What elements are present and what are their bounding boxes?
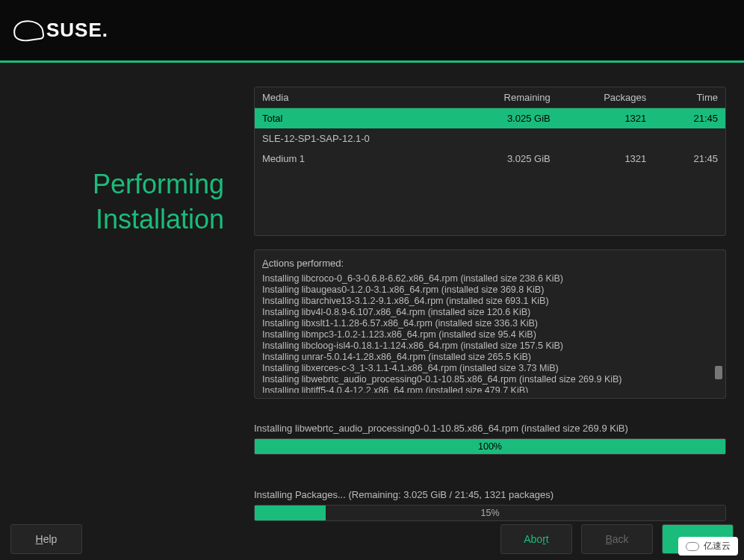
cell-packages bbox=[551, 133, 654, 144]
log-line: Installing unrar-5.0.14-1.28.x86_64.rpm … bbox=[262, 352, 721, 363]
cell-remaining bbox=[438, 133, 551, 144]
cell-media: SLE-12-SP1-SAP-12.1-0 bbox=[262, 133, 438, 144]
log-line: Installing libcroco-0_6-3-0.6.8-6.62.x86… bbox=[262, 273, 721, 284]
abort-post: t bbox=[546, 533, 549, 545]
cell-remaining: 3.025 GiB bbox=[438, 113, 551, 124]
page-title-line1: Performing bbox=[93, 169, 224, 199]
left-panel: Performing Installation bbox=[0, 63, 254, 556]
back-rest: ack bbox=[613, 533, 629, 545]
actions-label-rest: ctions performed: bbox=[269, 258, 344, 269]
help-button[interactable]: Help bbox=[10, 524, 82, 554]
log-line: Installing libaugeas0-1.2.0-3.1.x86_64.r… bbox=[262, 284, 721, 296]
cell-remaining: 3.025 GiB bbox=[438, 153, 551, 164]
right-panel: Media Remaining Packages Time Total 3.02… bbox=[254, 63, 744, 556]
col-header-media[interactable]: Media bbox=[262, 92, 438, 103]
cell-media: Total bbox=[262, 113, 438, 124]
log-line: Installing libxslt1-1.1.28-6.57.x86_64.r… bbox=[262, 318, 721, 329]
cloud-icon bbox=[686, 542, 699, 551]
abort-button[interactable]: Abort bbox=[500, 524, 572, 554]
media-table: Media Remaining Packages Time Total 3.02… bbox=[254, 87, 726, 236]
actions-label-accel: A bbox=[262, 258, 269, 269]
media-table-header[interactable]: Media Remaining Packages Time bbox=[255, 87, 725, 108]
page-title: Performing Installation bbox=[0, 167, 224, 237]
header-bar: SUSE. bbox=[0, 0, 744, 63]
back-accel: B bbox=[605, 533, 612, 545]
overall-progress: Installing Packages... (Remaining: 3.025… bbox=[254, 489, 726, 521]
log-line: Installing libtiff5-4.0.4-12.2.x86_64.rp… bbox=[262, 385, 721, 393]
page-title-line2: Installation bbox=[96, 204, 224, 234]
current-progress-text: 100% bbox=[255, 439, 725, 454]
brand-text: SUSE. bbox=[46, 19, 108, 42]
col-header-remaining[interactable]: Remaining bbox=[438, 92, 551, 103]
log-line: Installing libcloog-isl4-0.18.1-1.124.x8… bbox=[262, 340, 721, 352]
actions-label: Actions performed: bbox=[262, 258, 721, 269]
actions-frame: Actions performed: Installing libcroco-0… bbox=[254, 249, 726, 399]
watermark-text: 亿速云 bbox=[704, 540, 731, 553]
table-row[interactable]: SLE-12-SP1-SAP-12.1-0 bbox=[255, 128, 725, 149]
log-line: Installing libv4l-0.8.9-6.107.x86_64.rpm… bbox=[262, 307, 721, 318]
col-header-packages[interactable]: Packages bbox=[551, 92, 654, 103]
overall-progress-label: Installing Packages... (Remaining: 3.025… bbox=[254, 489, 726, 500]
main-content: Performing Installation Media Remaining … bbox=[0, 63, 744, 556]
abort-pre: Abo bbox=[524, 533, 542, 545]
cell-media: Medium 1 bbox=[262, 153, 438, 164]
footer-bar: Help Abort Back bbox=[0, 518, 744, 560]
actions-log[interactable]: Installing libcroco-0_6-3-0.6.8-6.62.x86… bbox=[262, 273, 721, 393]
help-accel: H bbox=[36, 533, 43, 545]
cell-time: 21:45 bbox=[654, 153, 718, 164]
log-line: Installing libmpc3-1.0.2-1.123.x86_64.rp… bbox=[262, 329, 721, 340]
table-row[interactable]: Medium 1 3.025 GiB 1321 21:45 bbox=[255, 149, 725, 169]
cell-time bbox=[654, 133, 718, 144]
cell-packages: 1321 bbox=[551, 153, 654, 164]
cell-packages: 1321 bbox=[551, 113, 654, 124]
current-package-progress: Installing libwebrtc_audio_processing0-0… bbox=[254, 423, 726, 455]
help-rest: elp bbox=[43, 533, 58, 545]
col-header-time[interactable]: Time bbox=[654, 92, 718, 103]
log-line: Installing libwebrtc_audio_processing0-0… bbox=[262, 374, 721, 385]
suse-chameleon-icon bbox=[12, 18, 45, 43]
log-line: Installing libarchive13-3.1.2-9.1.x86_64… bbox=[262, 296, 721, 307]
log-line: Installing libxerces-c-3_1-3.1.1-4.1.x86… bbox=[262, 363, 721, 374]
cell-time: 21:45 bbox=[654, 113, 718, 124]
current-package-label: Installing libwebrtc_audio_processing0-0… bbox=[254, 423, 726, 434]
watermark: 亿速云 bbox=[678, 537, 738, 556]
brand-logo: SUSE. bbox=[13, 19, 108, 42]
current-progressbar: 100% bbox=[254, 438, 726, 455]
back-button: Back bbox=[581, 524, 653, 554]
table-row[interactable]: Total 3.025 GiB 1321 21:45 bbox=[255, 108, 725, 128]
scrollbar-thumb[interactable] bbox=[715, 366, 722, 379]
